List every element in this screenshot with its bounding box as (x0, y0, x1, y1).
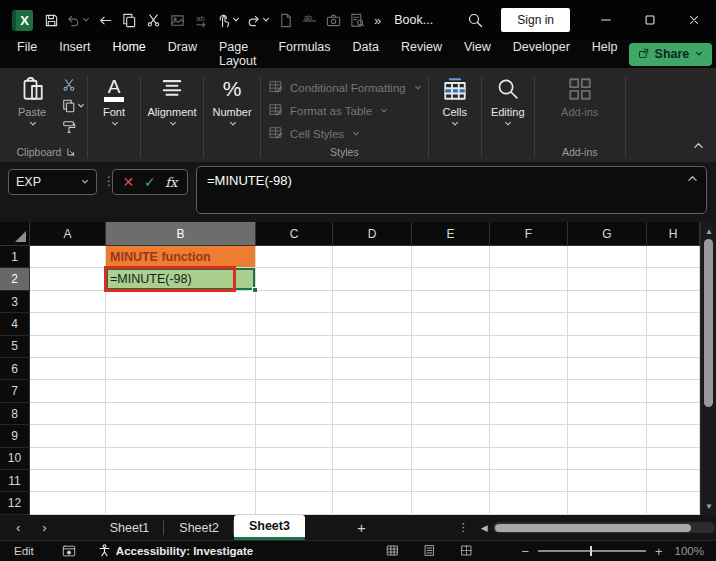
normal-view-icon[interactable] (386, 544, 399, 559)
scroll-up-icon[interactable]: ▲ (701, 224, 716, 238)
cell-G4[interactable] (568, 313, 647, 335)
cell-A4[interactable] (30, 313, 106, 335)
cell-E6[interactable] (412, 358, 490, 380)
cell-B5[interactable] (106, 336, 256, 358)
editing-button[interactable]: Editing (482, 70, 534, 128)
row-header-9[interactable]: 9 (0, 425, 30, 447)
cell-A5[interactable] (30, 336, 106, 358)
cell-B3[interactable] (106, 291, 256, 313)
format-painter-button[interactable] (60, 118, 78, 136)
cell-E7[interactable] (412, 380, 490, 402)
copy-icon[interactable] (117, 6, 141, 34)
sheet-tab-sheet3[interactable]: Sheet3 (234, 515, 305, 540)
row-header-1[interactable]: 1 (0, 246, 30, 268)
cell-C6[interactable] (256, 358, 333, 380)
zoom-slider-thumb[interactable] (590, 546, 593, 556)
cell-A2[interactable] (30, 268, 106, 290)
column-header-g[interactable]: G (568, 222, 647, 246)
add-sheet-button[interactable]: + (343, 515, 380, 540)
new-file-icon[interactable] (273, 6, 297, 34)
cell-D8[interactable] (333, 403, 412, 425)
sheet-options-icon[interactable]: ⋮ (458, 515, 469, 540)
back-icon[interactable] (93, 6, 117, 34)
cell-E3[interactable] (412, 291, 490, 313)
format-as-table-button[interactable]: Format as Table (269, 103, 422, 119)
cell-G2[interactable] (568, 268, 647, 290)
vertical-scrollbar[interactable]: ▲ ▼ (700, 222, 716, 515)
scroll-down-icon[interactable]: ▼ (701, 499, 716, 513)
cell-F10[interactable] (490, 448, 568, 470)
cell-H9[interactable] (647, 425, 700, 447)
toolbar-overflow-button[interactable]: » (369, 13, 386, 28)
formula-input[interactable]: =MINUTE(-98) (196, 166, 707, 214)
cell-F7[interactable] (490, 380, 568, 402)
redo-icon[interactable] (243, 6, 273, 34)
cell-E11[interactable] (412, 470, 490, 492)
row-header-8[interactable]: 8 (0, 403, 30, 425)
search-icon[interactable] (467, 12, 483, 28)
picture-icon[interactable] (165, 6, 189, 34)
cell-B12[interactable] (106, 492, 256, 514)
undo-icon[interactable] (63, 6, 93, 34)
cell-H1[interactable] (647, 246, 700, 268)
cell-B2[interactable]: =MINUTE(-98) (106, 268, 256, 290)
cell-D12[interactable] (333, 492, 412, 514)
cell-E5[interactable] (412, 336, 490, 358)
cell-E4[interactable] (412, 313, 490, 335)
cell-A1[interactable] (30, 246, 106, 268)
cell-D10[interactable] (333, 448, 412, 470)
cell-G6[interactable] (568, 358, 647, 380)
cell-G10[interactable] (568, 448, 647, 470)
cut-icon[interactable] (141, 6, 165, 34)
collapse-formula-bar-icon[interactable] (687, 173, 698, 188)
cell-F12[interactable] (490, 492, 568, 514)
row-header-7[interactable]: 7 (0, 380, 30, 402)
cell-C7[interactable] (256, 380, 333, 402)
cell-H11[interactable] (647, 470, 700, 492)
column-header-a[interactable]: A (30, 222, 106, 246)
cell-A9[interactable] (30, 425, 106, 447)
cell-A10[interactable] (30, 448, 106, 470)
cell-B9[interactable] (106, 425, 256, 447)
save-icon[interactable] (39, 6, 63, 34)
cell-F4[interactable] (490, 313, 568, 335)
cell-C3[interactable] (256, 291, 333, 313)
column-header-d[interactable]: D (333, 222, 412, 246)
cell-F11[interactable] (490, 470, 568, 492)
cell-G8[interactable] (568, 403, 647, 425)
cell-G7[interactable] (568, 380, 647, 402)
cells-button[interactable]: Cells (429, 70, 481, 128)
cell-B10[interactable] (106, 448, 256, 470)
cell-C1[interactable] (256, 246, 333, 268)
cell-B4[interactable] (106, 313, 256, 335)
row-header-2[interactable]: 2 (0, 268, 30, 290)
row-header-6[interactable]: 6 (0, 358, 30, 380)
cell-C10[interactable] (256, 448, 333, 470)
cell-C9[interactable] (256, 425, 333, 447)
page-layout-view-icon[interactable] (423, 544, 436, 559)
horizontal-scrollbar-thumb[interactable] (495, 524, 691, 532)
cell-B1[interactable]: MINUTE function (106, 246, 256, 268)
cell-F8[interactable] (490, 403, 568, 425)
cell-D11[interactable] (333, 470, 412, 492)
cell-G11[interactable] (568, 470, 647, 492)
cell-B8[interactable] (106, 403, 256, 425)
workbook-stats-icon[interactable] (345, 6, 369, 34)
cell-D7[interactable] (333, 380, 412, 402)
cell-C2[interactable] (256, 268, 333, 290)
cell-C4[interactable] (256, 313, 333, 335)
cell-G1[interactable] (568, 246, 647, 268)
sheet-prev-icon[interactable]: ‹ (16, 520, 20, 535)
cancel-icon[interactable]: ✕ (123, 174, 135, 190)
column-header-c[interactable]: C (256, 222, 333, 246)
cell-C12[interactable] (256, 492, 333, 514)
cell-H7[interactable] (647, 380, 700, 402)
cell-D2[interactable] (333, 268, 412, 290)
cell-F2[interactable] (490, 268, 568, 290)
cell-D5[interactable] (333, 336, 412, 358)
enter-icon[interactable]: ✓ (144, 174, 156, 190)
name-box[interactable]: EXP (8, 169, 97, 195)
row-header-10[interactable]: 10 (0, 448, 30, 470)
cell-H4[interactable] (647, 313, 700, 335)
font-button[interactable]: A Font (88, 70, 140, 128)
